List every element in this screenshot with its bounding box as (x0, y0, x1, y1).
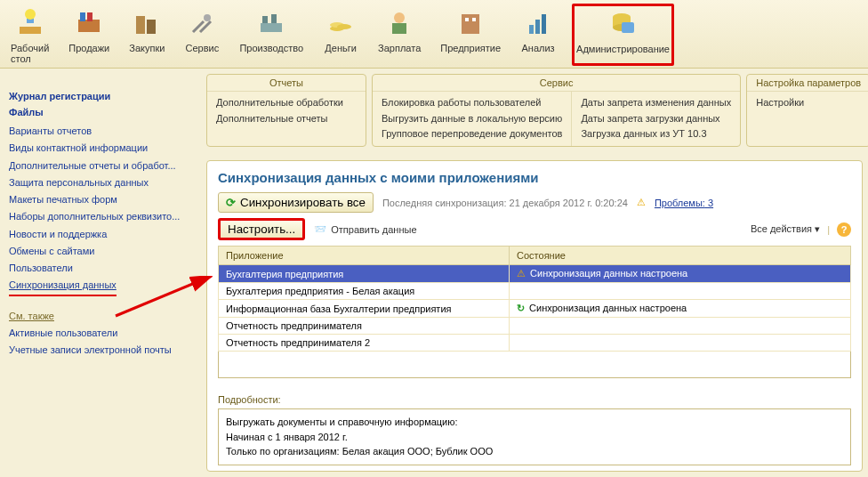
table-row[interactable]: Бухгалтерия предприятияСинхронизация дан… (219, 265, 851, 283)
service-icon (184, 5, 220, 41)
sidebar-link[interactable]: Виды контактной информации (9, 140, 190, 157)
cell-state: Синхронизация данных настроена (510, 265, 851, 283)
sync-all-label: Синхронизировать все (240, 196, 366, 209)
cell-state: Синхронизация данных настроена (510, 300, 851, 318)
svg-rect-5 (87, 12, 92, 21)
toolbar-analysis[interactable]: Анализ (517, 4, 559, 66)
panel-reports: Отчеты Дополнительные обработкиДополните… (206, 74, 366, 147)
toolbar-money[interactable]: Деньги (319, 4, 362, 66)
svg-rect-21 (535, 20, 540, 34)
toolbar-admin-label: Администрирование (576, 44, 670, 54)
toolbar-service[interactable]: Сервис (181, 4, 223, 66)
svg-rect-19 (472, 18, 476, 21)
svg-rect-7 (147, 20, 156, 34)
toolbar-admin[interactable]: Администрирование (572, 4, 674, 66)
panel-link[interactable]: Блокировка работы пользователей (382, 95, 562, 111)
sidebar-link[interactable]: Макеты печатных форм (9, 191, 190, 208)
sidebar-see-link[interactable]: Учетные записи электронной почты (9, 342, 190, 359)
svg-rect-26 (622, 22, 634, 33)
toolbar-salary[interactable]: Зарплата (374, 4, 424, 66)
toolbar-production[interactable]: Производство (236, 4, 307, 66)
toolbar-production-label: Производство (239, 43, 303, 53)
svg-point-15 (394, 12, 405, 23)
table-row[interactable]: Отчетность предпринимателя 2 (219, 335, 851, 352)
svg-rect-4 (80, 12, 85, 21)
admin-icon (606, 6, 641, 42)
sync-all-button[interactable]: ⟳ Синхронизировать все (218, 192, 374, 213)
warning-icon: ⚠ (637, 197, 646, 208)
last-sync-text: Последняя синхронизация: 21 декабря 2012… (382, 198, 628, 208)
panel-link[interactable]: Даты запрета загрузки данных (581, 111, 731, 127)
toolbar-desktop[interactable]: Рабочийстол (7, 4, 52, 66)
sidebar-link[interactable]: Защита персональных данных (9, 174, 190, 191)
refresh-icon: ⟳ (226, 196, 236, 209)
toolbar-enterprise[interactable]: Предприятие (437, 4, 504, 66)
details-box: Выгружать документы и справочную информа… (218, 408, 851, 465)
sidebar-header-log[interactable]: Журнал регистрации (9, 91, 190, 101)
sidebar: Журнал регистрации Файлы Варианты отчето… (0, 78, 199, 366)
svg-rect-16 (392, 23, 406, 34)
toolbar-purchases-label: Закупки (129, 43, 165, 53)
last-sync-label: Последняя синхронизация: (382, 198, 507, 208)
sidebar-link[interactable]: Новости и поддержка (9, 226, 190, 243)
main-panel: Синхронизация данных с моими приложениям… (206, 160, 863, 472)
cell-app: Отчетность предпринимателя (219, 318, 510, 335)
panel-params: Настройка параметров Настройки (746, 74, 868, 147)
table-row[interactable]: Информационная база Бухгалтерии предприя… (219, 300, 851, 318)
problems-count: 3 (708, 198, 713, 208)
panel-link[interactable]: Загрузка данных из УТ 10.3 (581, 126, 731, 142)
cell-app: Отчетность предпринимателя 2 (219, 335, 510, 352)
toolbar-enterprise-label: Предприятие (440, 43, 501, 53)
details-line: Выгружать документы и справочную информа… (226, 415, 843, 430)
svg-rect-9 (261, 23, 282, 32)
svg-rect-17 (462, 14, 479, 34)
sidebar-link[interactable]: Обмены с сайтами (9, 243, 190, 260)
panel-reports-title: Отчеты (207, 75, 366, 92)
toolbar-service-label: Сервис (186, 43, 220, 53)
details-label: Подробности: (218, 394, 851, 405)
cell-app: Бухгалтерия предприятия (219, 265, 510, 283)
col-app[interactable]: Приложение (219, 247, 510, 265)
sidebar-link[interactable]: Пользователи (9, 260, 190, 277)
page-title: Синхронизация данных с моими приложениям… (218, 170, 851, 185)
panel-link[interactable]: Даты запрета изменения данных (581, 95, 731, 111)
enterprise-icon (453, 5, 488, 41)
panel-link[interactable]: Групповое перепроведение документов (382, 126, 562, 142)
salary-icon (382, 5, 417, 41)
analysis-icon (520, 5, 556, 41)
send-data-button[interactable]: 📨 Отправить данные (314, 223, 416, 235)
money-icon (323, 5, 358, 41)
toolbar-salary-label: Зарплата (378, 43, 421, 53)
last-sync-value: 21 декабря 2012 г. 0:20:24 (510, 198, 628, 208)
table-row[interactable]: Бухгалтерия предприятия - Белая акация (219, 283, 851, 300)
panel-service-title: Сервис (373, 75, 740, 92)
toolbar-purchases[interactable]: Закупки (125, 4, 168, 66)
sidebar-link[interactable]: Синхронизация данных (9, 277, 117, 295)
svg-point-8 (204, 14, 211, 21)
panel-link[interactable]: Дополнительные обработки (216, 95, 357, 111)
sidebar-see-also: См. также (9, 311, 190, 321)
panel-link[interactable]: Дополнительные отчеты (216, 111, 357, 127)
table-row[interactable]: Отчетность предпринимателя (219, 318, 851, 335)
toolbar-sales-label: Продажи (68, 43, 109, 53)
panel-link[interactable]: Настройки (756, 95, 861, 111)
help-icon[interactable]: ? (837, 222, 851, 237)
svg-point-2 (25, 9, 36, 20)
all-actions-label: Все действия (751, 223, 812, 234)
sidebar-link[interactable]: Наборы дополнительных реквизито... (9, 208, 190, 225)
col-state[interactable]: Состояние (510, 247, 851, 265)
problems-link[interactable]: Проблемы: 3 (655, 198, 713, 208)
sidebar-header-files[interactable]: Файлы (9, 107, 190, 117)
panel-link[interactable]: Выгрузить данные в локальную версию (382, 111, 562, 127)
sidebar-link[interactable]: Дополнительные отчеты и обработ... (9, 158, 190, 174)
svg-rect-20 (529, 25, 534, 34)
sidebar-see-link[interactable]: Активные пользователи (9, 325, 190, 342)
toolbar-analysis-label: Анализ (522, 43, 555, 53)
panel-service: Сервис Блокировка работы пользователейВы… (372, 74, 741, 147)
toolbar-sales[interactable]: Продажи (65, 4, 113, 66)
cell-state (510, 335, 851, 352)
configure-button[interactable]: Настроить... (218, 218, 305, 240)
sidebar-link[interactable]: Варианты отчетов (9, 123, 190, 140)
svg-rect-11 (271, 14, 277, 23)
all-actions-button[interactable]: Все действия ▾ (751, 223, 820, 235)
